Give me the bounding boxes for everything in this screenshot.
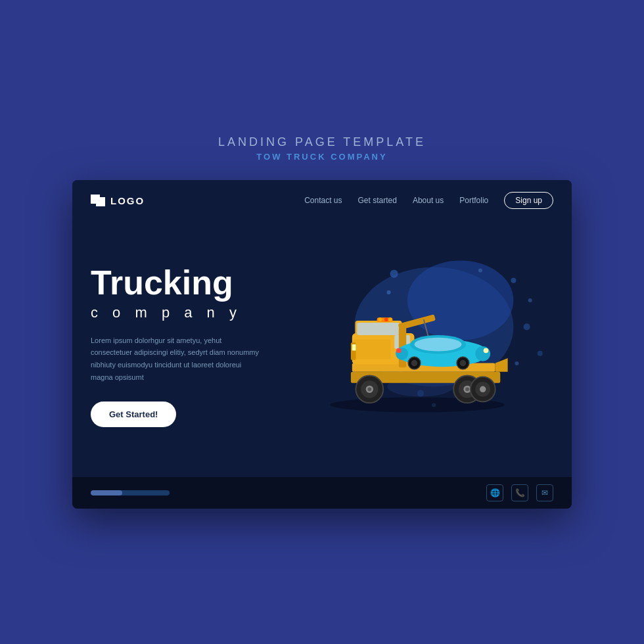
outer-background: LANDING PAGE TEMPLATE TOW TRUCK COMPANY …	[0, 0, 644, 644]
page-title-area: LANDING PAGE TEMPLATE TOW TRUCK COMPANY	[218, 135, 426, 162]
footer-bar: 🌐 📞 ✉	[72, 477, 572, 509]
truck-illustration	[288, 234, 553, 457]
svg-point-59	[388, 317, 392, 321]
svg-point-55	[460, 360, 466, 366]
globe-icon[interactable]: 🌐	[486, 484, 503, 501]
hero-title-small: c o m p a n y	[91, 304, 288, 321]
svg-rect-28	[352, 344, 356, 350]
logo-icon	[91, 195, 105, 206]
svg-point-47	[415, 338, 462, 352]
svg-point-50	[484, 348, 489, 354]
svg-point-57	[379, 317, 382, 321]
nav-bar: LOGO Contact us Get started About us Por…	[72, 180, 572, 221]
page-title-main: LANDING PAGE TEMPLATE	[218, 135, 426, 149]
logo-area: LOGO	[91, 195, 145, 206]
hero-title-big: Trucking	[91, 264, 288, 302]
footer-icons: 🌐 📞 ✉	[486, 484, 553, 501]
svg-point-37	[465, 387, 469, 391]
footer-progress-fill	[91, 490, 122, 495]
nav-portfolio[interactable]: Portfolio	[459, 196, 488, 205]
nav-about[interactable]: About us	[413, 196, 444, 205]
nav-links: Contact us Get started About us Portfoli…	[304, 192, 553, 209]
hero-section: Trucking c o m p a n y Lorem ipsum dolor…	[72, 221, 572, 457]
phone-icon[interactable]: 📞	[511, 484, 528, 501]
svg-point-51	[396, 348, 402, 354]
svg-marker-21	[495, 358, 508, 372]
svg-rect-42	[398, 314, 436, 330]
svg-point-40	[480, 386, 486, 392]
svg-point-53	[411, 360, 417, 366]
browser-card: LOGO Contact us Get started About us Por…	[72, 180, 572, 509]
page-title-sub: TOW TRUCK COMPANY	[218, 152, 426, 162]
svg-point-48	[475, 346, 490, 361]
svg-rect-24	[357, 323, 399, 335]
hero-description: Lorem ipsum dolorhgur sit ametyu, yehut …	[91, 334, 262, 384]
footer-progress-bar	[91, 490, 170, 495]
signup-button[interactable]: Sign up	[504, 192, 553, 209]
svg-point-58	[384, 317, 388, 321]
nav-contact[interactable]: Contact us	[304, 196, 342, 205]
nav-get-started[interactable]: Get started	[358, 196, 397, 205]
svg-point-33	[367, 387, 371, 391]
svg-rect-1	[97, 198, 105, 206]
svg-rect-0	[91, 195, 99, 203]
email-icon[interactable]: ✉	[536, 484, 553, 501]
hero-text: Trucking c o m p a n y Lorem ipsum dolor…	[91, 264, 288, 428]
logo-text: LOGO	[110, 195, 145, 206]
get-started-button[interactable]: Get Started!	[91, 402, 176, 427]
svg-rect-26	[354, 340, 391, 359]
